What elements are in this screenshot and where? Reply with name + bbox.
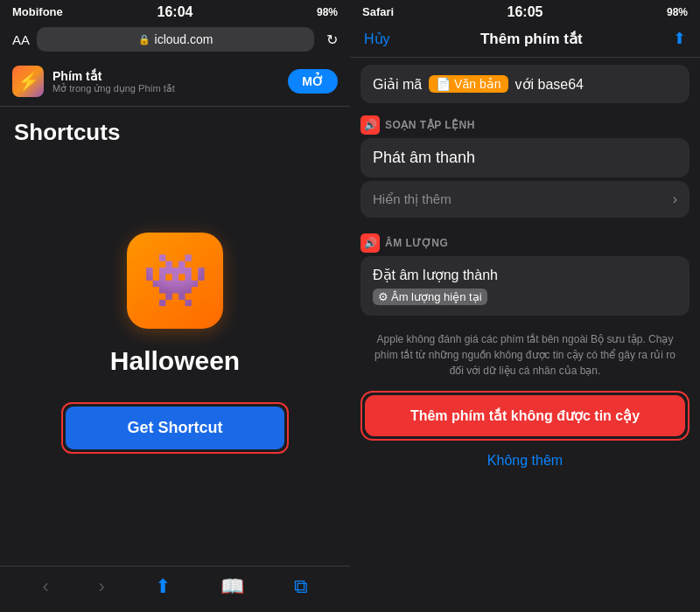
- status-icons-left: 98%: [317, 6, 338, 18]
- aa-text[interactable]: AA: [12, 32, 30, 47]
- right-status-bar: Safari 16:05 98%: [350, 0, 700, 22]
- decode-tag[interactable]: 📄 Văn bản: [429, 75, 508, 93]
- shortcut-banner-text: Phím tắt Mở trong ứng dụng Phím tắt: [52, 69, 279, 94]
- modal-title: Thêm phím tắt: [480, 30, 583, 48]
- back-button[interactable]: ‹: [42, 575, 48, 598]
- decode-suffix: với base64: [515, 76, 584, 93]
- share-icon-button[interactable]: ⬆: [673, 29, 686, 48]
- refresh-icon[interactable]: ↻: [326, 31, 338, 48]
- warning-text: Apple không đánh giá các phím tắt bên ng…: [350, 323, 700, 387]
- lock-icon: 🔒: [138, 34, 150, 45]
- tabs-button[interactable]: ⧉: [294, 575, 308, 598]
- alien-emoji: 👾: [143, 249, 208, 311]
- volume-action-text: Đặt âm lượng thành: [373, 267, 498, 283]
- section1-label: SOẠN TẬP LỆNH: [385, 119, 475, 131]
- volume-action-block: Đặt âm lượng thành ⚙ Âm lượng hiện tại: [360, 256, 690, 316]
- volume-line1: Đặt âm lượng thành: [373, 267, 677, 283]
- get-shortcut-button[interactable]: Get Shortcut: [66, 407, 284, 449]
- chevron-right-icon: ›: [673, 191, 677, 207]
- volume-tag-label: Âm lượng hiện tại: [391, 290, 482, 303]
- address-bar: AA 🔒 icloud.com ↻: [0, 22, 350, 57]
- open-button[interactable]: MỞ: [288, 69, 338, 94]
- battery-right: 98%: [667, 6, 688, 18]
- volume-tag[interactable]: ⚙ Âm lượng hiện tại: [373, 289, 487, 305]
- speaker-icon: 🔊: [364, 119, 377, 131]
- shortcut-banner: ⚡ Phím tắt Mở trong ứng dụng Phím tắt MỞ: [0, 57, 350, 107]
- time-left: 16:04: [158, 4, 193, 20]
- battery-left: 98%: [317, 6, 338, 18]
- speaker2-icon: 🔊: [364, 237, 377, 249]
- show-more-text: Hiển thị thêm: [373, 191, 452, 207]
- status-icons-right: 98%: [667, 6, 688, 18]
- shortcut-banner-title: Phím tắt: [52, 69, 279, 83]
- volume-line2: ⚙ Âm lượng hiện tại: [373, 289, 677, 305]
- url-text: icloud.com: [155, 32, 214, 46]
- right-scroll-content: Giải mã 📄 Văn bản với base64 🔊 SOẠN TẬP …: [350, 58, 700, 612]
- left-panel: Mobifone 16:04 98% AA 🔒 icloud.com ↻ ⚡ P…: [0, 0, 350, 612]
- forward-button[interactable]: ›: [99, 575, 105, 598]
- left-main-content: 👾 Halloween Get Shortcut: [0, 155, 350, 566]
- dont-add-button[interactable]: Không thêm: [350, 444, 700, 477]
- action-inner-decode: Giải mã 📄 Văn bản với base64: [373, 75, 677, 93]
- decode-prefix: Giải mã: [373, 76, 422, 93]
- get-shortcut-btn-wrap: Get Shortcut: [61, 402, 289, 454]
- untrusted-button[interactable]: Thêm phím tắt không được tin cậy: [365, 395, 685, 436]
- section1-icon: 🔊: [360, 115, 380, 135]
- shortcuts-title: Shortcuts: [0, 107, 350, 155]
- time-right: 16:05: [508, 4, 543, 20]
- untrusted-btn-wrap: Thêm phím tắt không được tin cậy: [360, 391, 690, 441]
- carrier-right: Safari: [362, 5, 394, 18]
- right-top-bar: Hủy Thêm phím tắt ⬆: [350, 22, 700, 58]
- url-bar[interactable]: 🔒 icloud.com: [37, 27, 314, 52]
- gear-icon: ⚙: [378, 290, 388, 303]
- bookmarks-button[interactable]: 📖: [220, 575, 244, 598]
- shortcut-banner-icon: ⚡: [12, 66, 44, 97]
- action-block-sound: Phát âm thanh: [360, 138, 690, 177]
- safari-bottom-bar: ‹ › ⬆ 📖 ⧉: [0, 566, 350, 612]
- sound-action-text: Phát âm thanh: [373, 149, 475, 166]
- section2-icon: 🔊: [360, 233, 380, 253]
- right-panel: Safari 16:05 98% Hủy Thêm phím tắt ⬆ Giả…: [350, 0, 700, 612]
- app-name-label: Halloween: [110, 346, 240, 376]
- show-more-row[interactable]: Hiển thị thêm ›: [360, 181, 690, 218]
- left-status-bar: Mobifone 16:04 98%: [0, 0, 350, 22]
- banner-emoji: ⚡: [18, 71, 39, 92]
- app-icon: 👾: [127, 233, 223, 329]
- carrier-left: Mobifone: [12, 5, 63, 18]
- section2-label-row: 🔊 ÂM LƯỢNG: [350, 225, 700, 256]
- action-block-decode: Giải mã 📄 Văn bản với base64: [360, 65, 690, 103]
- section2-label: ÂM LƯỢNG: [385, 237, 448, 249]
- section1-label-row: 🔊 SOẠN TẬP LỆNH: [350, 107, 700, 138]
- share-button[interactable]: ⬆: [155, 575, 171, 598]
- cancel-button[interactable]: Hủy: [364, 31, 390, 47]
- shortcut-banner-subtitle: Mở trong ứng dụng Phím tắt: [52, 83, 279, 94]
